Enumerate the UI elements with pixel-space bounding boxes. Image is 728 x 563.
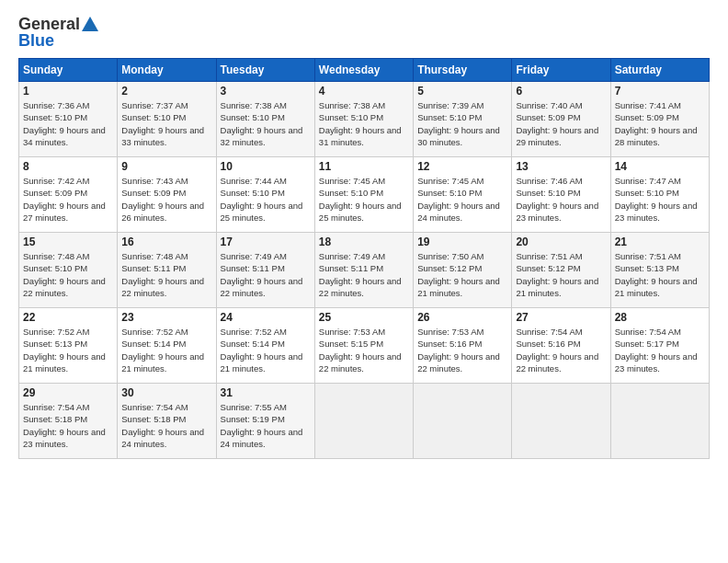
day-number: 4 (319, 85, 409, 98)
svg-marker-0 (82, 17, 98, 31)
day-cell: 15 Sunrise: 7:48 AMSunset: 5:10 PMDaylig… (19, 233, 118, 308)
day-number: 12 (417, 160, 507, 173)
week-row-4: 22 Sunrise: 7:52 AMSunset: 5:13 PMDaylig… (19, 308, 710, 384)
day-info: Sunrise: 7:47 AMSunset: 5:10 PMDaylight:… (615, 175, 705, 224)
day-info: Sunrise: 7:52 AMSunset: 5:13 PMDaylight:… (23, 326, 113, 374)
day-cell: 27 Sunrise: 7:54 AMSunset: 5:16 PMDaylig… (512, 308, 610, 384)
day-cell: 6 Sunrise: 7:40 AMSunset: 5:09 PMDayligh… (512, 82, 610, 157)
day-number: 7 (615, 85, 705, 98)
day-number: 28 (615, 311, 705, 324)
weekday-header-row: SundayMondayTuesdayWednesdayThursdayFrid… (19, 59, 710, 82)
day-cell: 18 Sunrise: 7:49 AMSunset: 5:11 PMDaylig… (314, 233, 413, 308)
day-cell: 12 Sunrise: 7:45 AMSunset: 5:10 PMDaylig… (414, 157, 512, 233)
day-number: 6 (516, 85, 606, 98)
day-info: Sunrise: 7:45 AMSunset: 5:10 PMDaylight:… (319, 175, 409, 224)
day-number: 21 (615, 236, 705, 248)
day-info: Sunrise: 7:49 AMSunset: 5:11 PMDaylight:… (319, 250, 409, 299)
day-cell: 21 Sunrise: 7:51 AMSunset: 5:13 PMDaylig… (610, 233, 709, 308)
day-info: Sunrise: 7:54 AMSunset: 5:16 PMDaylight:… (516, 326, 606, 374)
day-info: Sunrise: 7:51 AMSunset: 5:12 PMDaylight:… (516, 250, 606, 299)
day-cell: 3 Sunrise: 7:38 AMSunset: 5:10 PMDayligh… (216, 82, 314, 157)
day-cell: 26 Sunrise: 7:53 AMSunset: 5:16 PMDaylig… (414, 308, 512, 384)
day-cell: 4 Sunrise: 7:38 AMSunset: 5:10 PMDayligh… (314, 82, 413, 157)
header: General Blue (18, 15, 710, 49)
day-info: Sunrise: 7:43 AMSunset: 5:09 PMDaylight:… (121, 175, 211, 224)
day-info: Sunrise: 7:54 AMSunset: 5:18 PMDaylight:… (121, 401, 211, 450)
day-info: Sunrise: 7:44 AMSunset: 5:10 PMDaylight:… (221, 175, 311, 224)
day-info: Sunrise: 7:48 AMSunset: 5:10 PMDaylight:… (23, 250, 113, 299)
day-cell: 13 Sunrise: 7:46 AMSunset: 5:10 PMDaylig… (512, 157, 610, 233)
week-row-2: 8 Sunrise: 7:42 AMSunset: 5:09 PMDayligh… (19, 157, 710, 233)
day-info: Sunrise: 7:50 AMSunset: 5:12 PMDaylight:… (417, 250, 507, 299)
weekday-tuesday: Tuesday (216, 59, 314, 82)
day-number: 14 (615, 160, 705, 173)
day-number: 5 (417, 85, 507, 98)
day-number: 17 (221, 236, 311, 248)
day-cell: 25 Sunrise: 7:53 AMSunset: 5:15 PMDaylig… (314, 308, 413, 384)
day-number: 8 (23, 160, 113, 173)
day-number: 25 (319, 311, 409, 324)
day-cell: 29 Sunrise: 7:54 AMSunset: 5:18 PMDaylig… (19, 384, 118, 459)
day-info: Sunrise: 7:38 AMSunset: 5:10 PMDaylight:… (221, 99, 311, 148)
day-cell: 17 Sunrise: 7:49 AMSunset: 5:11 PMDaylig… (216, 233, 314, 308)
day-number: 27 (516, 311, 606, 324)
day-number: 31 (221, 386, 311, 399)
week-row-3: 15 Sunrise: 7:48 AMSunset: 5:10 PMDaylig… (19, 233, 710, 308)
day-number: 16 (121, 236, 211, 248)
day-number: 13 (516, 160, 606, 173)
day-info: Sunrise: 7:41 AMSunset: 5:09 PMDaylight:… (615, 99, 705, 148)
day-cell: 10 Sunrise: 7:44 AMSunset: 5:10 PMDaylig… (216, 157, 314, 233)
day-cell: 14 Sunrise: 7:47 AMSunset: 5:10 PMDaylig… (610, 157, 709, 233)
day-cell: 8 Sunrise: 7:42 AMSunset: 5:09 PMDayligh… (19, 157, 118, 233)
day-info: Sunrise: 7:45 AMSunset: 5:10 PMDaylight:… (417, 175, 507, 224)
day-cell (414, 384, 512, 459)
week-row-5: 29 Sunrise: 7:54 AMSunset: 5:18 PMDaylig… (19, 384, 710, 459)
day-cell: 5 Sunrise: 7:39 AMSunset: 5:10 PMDayligh… (414, 82, 512, 157)
day-info: Sunrise: 7:36 AMSunset: 5:10 PMDaylight:… (23, 99, 113, 148)
day-cell: 16 Sunrise: 7:48 AMSunset: 5:11 PMDaylig… (118, 233, 216, 308)
day-number: 19 (417, 236, 507, 248)
day-cell: 24 Sunrise: 7:52 AMSunset: 5:14 PMDaylig… (216, 308, 314, 384)
day-cell (610, 384, 709, 459)
weekday-thursday: Thursday (414, 59, 512, 82)
weekday-wednesday: Wednesday (314, 59, 413, 82)
day-cell: 30 Sunrise: 7:54 AMSunset: 5:18 PMDaylig… (118, 384, 216, 459)
day-number: 10 (221, 160, 311, 173)
day-number: 26 (417, 311, 507, 324)
day-info: Sunrise: 7:48 AMSunset: 5:11 PMDaylight:… (121, 250, 211, 299)
day-cell: 19 Sunrise: 7:50 AMSunset: 5:12 PMDaylig… (414, 233, 512, 308)
day-info: Sunrise: 7:37 AMSunset: 5:10 PMDaylight:… (121, 99, 211, 148)
day-info: Sunrise: 7:46 AMSunset: 5:10 PMDaylight:… (516, 175, 606, 224)
day-cell: 22 Sunrise: 7:52 AMSunset: 5:13 PMDaylig… (19, 308, 118, 384)
day-number: 2 (121, 85, 211, 98)
day-cell: 28 Sunrise: 7:54 AMSunset: 5:17 PMDaylig… (610, 308, 709, 384)
day-info: Sunrise: 7:40 AMSunset: 5:09 PMDaylight:… (516, 99, 606, 148)
day-info: Sunrise: 7:39 AMSunset: 5:10 PMDaylight:… (417, 99, 507, 148)
day-info: Sunrise: 7:53 AMSunset: 5:15 PMDaylight:… (319, 326, 409, 374)
day-number: 18 (319, 236, 409, 248)
week-row-1: 1 Sunrise: 7:36 AMSunset: 5:10 PMDayligh… (19, 82, 710, 157)
day-info: Sunrise: 7:53 AMSunset: 5:16 PMDaylight:… (417, 326, 507, 374)
weekday-saturday: Saturday (610, 59, 709, 82)
page: General Blue SundayMondayTuesdayWednesda… (0, 0, 728, 563)
day-cell: 23 Sunrise: 7:52 AMSunset: 5:14 PMDaylig… (118, 308, 216, 384)
day-number: 29 (23, 386, 113, 399)
day-cell: 11 Sunrise: 7:45 AMSunset: 5:10 PMDaylig… (314, 157, 413, 233)
day-number: 9 (121, 160, 211, 173)
day-number: 1 (23, 85, 113, 98)
day-cell: 20 Sunrise: 7:51 AMSunset: 5:12 PMDaylig… (512, 233, 610, 308)
day-info: Sunrise: 7:52 AMSunset: 5:14 PMDaylight:… (221, 326, 311, 374)
day-info: Sunrise: 7:54 AMSunset: 5:17 PMDaylight:… (615, 326, 705, 374)
day-number: 3 (221, 85, 311, 98)
day-number: 11 (319, 160, 409, 173)
day-info: Sunrise: 7:52 AMSunset: 5:14 PMDaylight:… (121, 326, 211, 374)
day-cell: 7 Sunrise: 7:41 AMSunset: 5:09 PMDayligh… (610, 82, 709, 157)
day-number: 23 (121, 311, 211, 324)
day-info: Sunrise: 7:54 AMSunset: 5:18 PMDaylight:… (23, 401, 113, 450)
day-info: Sunrise: 7:49 AMSunset: 5:11 PMDaylight:… (221, 250, 311, 299)
day-cell (512, 384, 610, 459)
weekday-friday: Friday (512, 59, 610, 82)
logo-blue-text: Blue (18, 32, 54, 49)
calendar-table: SundayMondayTuesdayWednesdayThursdayFrid… (18, 58, 710, 459)
day-number: 22 (23, 311, 113, 324)
